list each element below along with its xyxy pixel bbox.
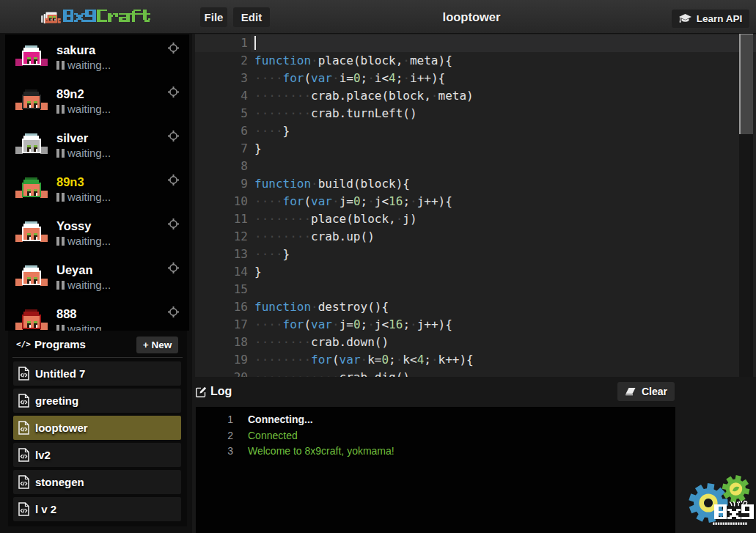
code-text: ········place(block,·j) [254,210,417,228]
line-number: 12 [195,228,248,246]
program-item-lv2[interactable]: lv2 [13,443,181,467]
code-text: ········crab.place(block,·meta) [254,87,474,105]
player-avatar [15,263,48,287]
locate-player-button[interactable] [168,262,179,273]
player-avatar [15,219,48,243]
green-gear-icon [722,475,750,503]
editor-scrollbar-thumb[interactable] [739,34,753,134]
left-sidebar: sakurawaiting...89n2waiting...silverwait… [0,34,192,533]
locate-player-icon[interactable] [168,174,179,185]
editor-scrollbar[interactable] [739,34,753,377]
line-number: 2 [195,52,248,70]
pause-icon [56,325,65,331]
player-avatar-box [15,263,48,290]
programs-header: </> Programs + New [12,331,183,358]
player-name: silver [56,131,88,145]
app-window: File Edit looptower Learn API sakurawait… [0,0,756,533]
line-number: 5 [195,105,248,122]
line-number: 13 [195,246,248,263]
edit-menu-button[interactable]: Edit [233,7,270,27]
player-avatar [15,307,48,331]
line-number: 11 [195,210,248,228]
file-menu-button[interactable]: File [200,7,227,27]
program-item-untitled-7[interactable]: Untitled 7 [13,361,181,386]
clear-log-button[interactable]: Clear [617,382,675,401]
file-code-icon [18,421,29,435]
locate-player-icon[interactable] [168,131,179,141]
brand-gears-logo [688,472,756,529]
logo-text-craft [97,10,150,22]
program-label: looptower [35,422,88,434]
code-text: ····} [254,122,290,140]
locate-player-icon[interactable] [168,306,179,317]
log-line-number: 3 [196,444,233,460]
locate-player-icon[interactable] [168,87,179,98]
program-item-greeting[interactable]: greeting [13,389,181,413]
player-status: waiting... [56,104,111,114]
code-line: 17····for(var·j=0;·j<16;·j++){ [195,316,756,334]
code-line: 7} [195,140,756,158]
code-text: ····} [254,246,290,263]
player-row: sakurawaiting... [5,35,189,79]
code-text: ····for(var·j=0;·j<16;·j++){ [254,316,452,334]
program-label: stonegen [35,476,84,488]
program-item-stonegen[interactable]: stonegen [13,470,181,494]
player-row: 888waiting... [5,299,189,331]
line-number: 15 [195,281,248,298]
player-name: Ueyan [56,263,93,277]
pause-icon [56,61,65,70]
locate-player-icon[interactable] [168,262,179,273]
code-editor[interactable]: 12function·place(block,·meta){3····for(v… [195,34,756,377]
code-text: ····for(var·i=0;·i<4;·i++){ [254,70,445,87]
log-title: Log [196,385,232,398]
code-line: 20············crab.dig() [195,369,756,377]
locate-player-button[interactable] [168,218,179,229]
player-status-text: waiting... [67,191,111,203]
player-avatar-box [15,43,48,70]
code-line: 12········crab.up() [195,228,756,246]
program-label: lv2 [35,449,51,461]
code-line: 9function·build(block){ [195,175,756,193]
program-item-looptower[interactable]: looptower [13,416,181,440]
players-panel: sakurawaiting...89n2waiting...silverwait… [5,34,189,331]
program-list: Untitled 7greetinglooptowerlv2stonegenl … [13,361,181,524]
locate-player-icon[interactable] [168,218,179,229]
line-number: 4 [195,87,248,105]
log-line-text: Welcome to 8x9craft, yokmama! [248,444,394,460]
graduation-cap-icon [679,14,691,23]
player-name: 89n2 [56,87,84,101]
locate-player-button[interactable] [168,174,179,185]
line-number: 1 [195,34,251,52]
locate-player-icon[interactable] [168,43,179,54]
locate-player-button[interactable] [168,43,179,54]
locate-player-button[interactable] [168,131,179,141]
player-status-text: waiting... [67,279,111,291]
brand-badge [688,472,756,529]
code-icon: </> [16,339,31,349]
code-line: 18········crab.down() [195,334,756,351]
line-number: 3 [195,70,248,87]
line-number: 18 [195,334,248,351]
locate-player-button[interactable] [168,306,179,317]
code-line: 15 [195,281,756,298]
new-program-button[interactable]: + New [136,337,178,353]
learn-api-button[interactable]: Learn API [672,10,749,28]
player-avatar [15,43,48,67]
player-status: waiting... [56,236,111,246]
player-row: Yossywaiting... [5,211,189,255]
line-number: 16 [195,298,248,316]
code-text: } [254,263,262,281]
code-line: 11········place(block,·j) [195,210,756,228]
locate-player-button[interactable] [168,87,179,98]
code-text: ········for(var·k=0;·k<4;·k++){ [254,351,474,369]
program-item-l-v-2[interactable]: l v 2 [13,497,181,521]
player-name: sakura [56,43,95,57]
line-number: 6 [195,122,248,140]
log-line: 1Connecting... [196,412,675,428]
log-title-label: Log [210,385,232,398]
pause-icon [56,281,65,290]
player-row: 89n3waiting... [5,167,189,211]
player-status: waiting... [56,324,111,331]
code-line: 8 [195,158,756,175]
log-line-number: 2 [196,428,233,444]
